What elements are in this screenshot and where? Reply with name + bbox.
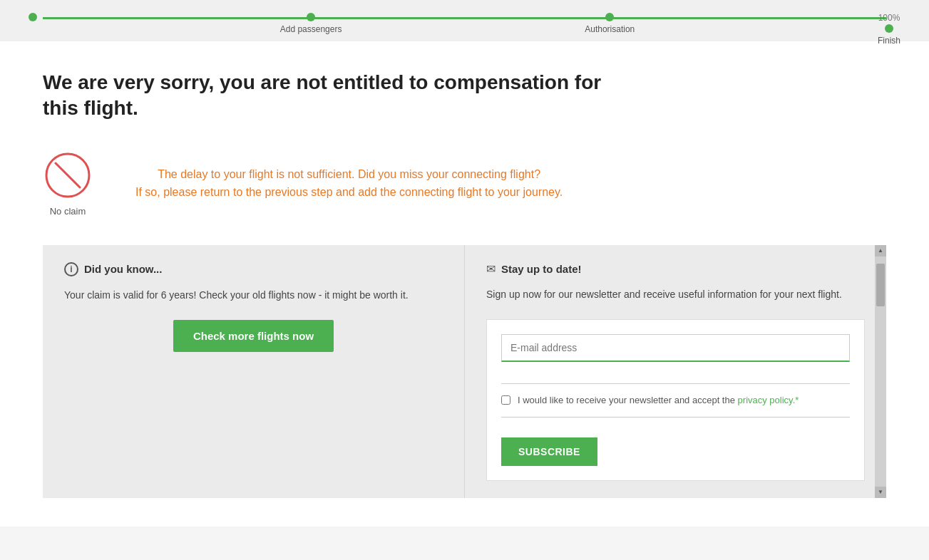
- newsletter-box: ✉ Stay up to date! Sign up now for our n…: [464, 245, 886, 498]
- newsletter-scroll-area[interactable]: I would like to receive your newsletter …: [486, 319, 865, 481]
- info-boxes: i Did you know... Your claim is valid fo…: [43, 245, 886, 498]
- message-line2: If so, please return to the previous ste…: [135, 186, 563, 198]
- step-label-finish: Finish: [878, 36, 900, 46]
- did-you-know-box: i Did you know... Your claim is valid fo…: [43, 245, 464, 498]
- newsletter-checkbox-label: I would like to receive your newsletter …: [518, 394, 799, 407]
- progress-steps: Add passengers Authorisation 100% Finish: [29, 13, 900, 46]
- privacy-label: privacy policy.: [738, 395, 796, 405]
- progress-bar: Add passengers Authorisation 100% Finish: [29, 7, 900, 36]
- progress-step-passengers: Add passengers: [280, 13, 342, 46]
- scroll-up-button[interactable]: ▲: [875, 245, 886, 256]
- no-claim-label: No claim: [50, 206, 86, 217]
- step-dot-start: [29, 13, 37, 21]
- separator: [501, 383, 850, 384]
- progress-step-finish: 100% Finish: [878, 13, 900, 46]
- no-claim-section: No claim The delay to your flight is not…: [43, 150, 886, 217]
- main-content: We are very sorry, you are not entitled …: [0, 41, 929, 527]
- page-title: We are very sorry, you are not entitled …: [43, 70, 613, 122]
- newsletter-title: Stay up to date!: [501, 263, 582, 275]
- newsletter-checkbox[interactable]: [501, 395, 510, 405]
- scrollbar: ▲ ▼: [875, 245, 886, 498]
- progress-step-auth: Authorisation: [585, 13, 635, 46]
- did-you-know-title: Did you know...: [84, 263, 162, 275]
- separator-2: [501, 417, 850, 418]
- email-input[interactable]: [501, 334, 850, 362]
- newsletter-form: I would like to receive your newsletter …: [486, 319, 865, 481]
- no-claim-message: The delay to your flight is not sufficie…: [135, 165, 563, 202]
- envelope-icon: ✉: [486, 262, 496, 276]
- progress-step-start: [29, 13, 37, 46]
- newsletter-text: Sign up now for our newsletter and recei…: [486, 287, 865, 302]
- privacy-required: *: [795, 395, 799, 405]
- step-label-passengers: Add passengers: [280, 24, 342, 34]
- subscribe-button[interactable]: SUBSCRIBE: [501, 437, 597, 466]
- checkbox-text: I would like to receive your newsletter …: [518, 395, 735, 405]
- message-line1: The delay to your flight is not sufficie…: [158, 168, 540, 180]
- step-dot-finish: [885, 24, 893, 33]
- step-dot-passengers: [307, 13, 315, 21]
- privacy-policy-link[interactable]: privacy policy.*: [738, 395, 799, 405]
- newsletter-checkbox-row: I would like to receive your newsletter …: [501, 394, 850, 407]
- no-claim-icon-area: No claim: [43, 150, 93, 217]
- did-you-know-header: i Did you know...: [64, 262, 443, 276]
- scroll-down-button[interactable]: ▼: [875, 487, 886, 498]
- check-flights-button[interactable]: Check more flights now: [173, 320, 334, 352]
- newsletter-header: ✉ Stay up to date!: [486, 262, 865, 276]
- did-you-know-text: Your claim is valid for 6 years! Check y…: [64, 288, 443, 303]
- info-circle-icon: i: [64, 262, 78, 276]
- progress-section: Add passengers Authorisation 100% Finish: [0, 0, 929, 41]
- svg-line-1: [56, 163, 80, 187]
- step-label-auth: Authorisation: [585, 24, 635, 34]
- step-dot-auth: [605, 13, 614, 21]
- step-percent: 100%: [878, 13, 900, 23]
- scrollbar-thumb: [876, 264, 885, 306]
- scrollbar-track: [875, 256, 886, 487]
- no-claim-icon: [43, 150, 93, 200]
